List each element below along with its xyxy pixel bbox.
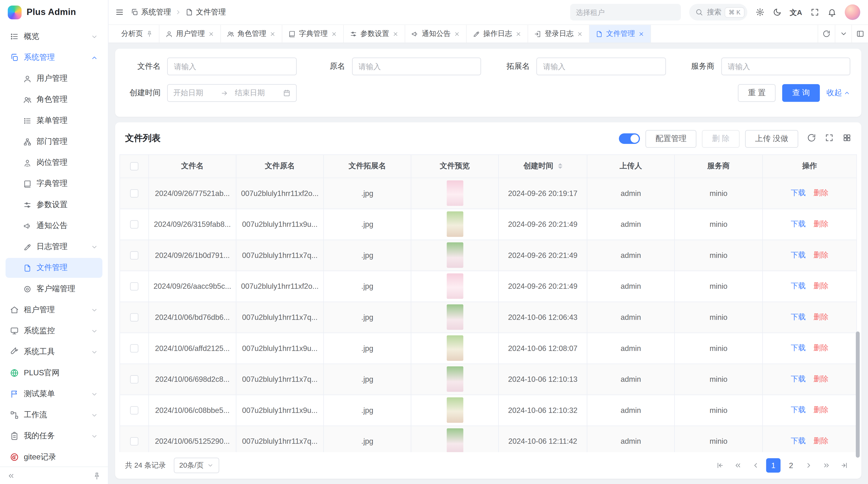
page-1-button[interactable]: 1 <box>766 458 781 473</box>
toggle-switch[interactable] <box>619 133 640 144</box>
table-scrollbar[interactable] <box>856 331 860 457</box>
sidebar-item-my-tasks[interactable]: 我的任务 <box>5 426 102 446</box>
file-preview-image[interactable] <box>446 366 463 392</box>
first-page-button[interactable] <box>713 458 727 473</box>
sidebar-item-dict-mgmt[interactable]: 字典管理 <box>5 174 102 194</box>
next-jump-button[interactable] <box>819 458 834 473</box>
sort-control[interactable] <box>558 161 562 171</box>
refresh-table-button[interactable] <box>807 133 816 144</box>
row-checkbox[interactable] <box>130 344 138 352</box>
delete-link[interactable]: 删除 <box>813 188 829 198</box>
tab-file[interactable]: 文件管理 <box>590 25 651 42</box>
provider-input[interactable] <box>721 58 850 75</box>
fullscreen-table-button[interactable] <box>825 133 834 144</box>
fullscreen-button[interactable] <box>810 8 819 17</box>
sidebar-item-role-mgmt[interactable]: 角色管理 <box>5 90 102 110</box>
page-size-select[interactable]: 20条/页 <box>174 458 219 473</box>
config-management-button[interactable]: 配置管理 <box>646 130 696 148</box>
tab-login-log[interactable]: 登录日志 <box>528 25 590 42</box>
batch-delete-button[interactable]: 删 除 <box>702 130 740 148</box>
sidebar-item-log-mgmt[interactable]: 日志管理 <box>5 237 102 257</box>
sidebar-item-overview[interactable]: 概览 <box>5 27 102 46</box>
sidebar-item-post-mgmt[interactable]: 岗位管理 <box>5 153 102 173</box>
tab-op-log[interactable]: 操作日志 <box>467 25 528 42</box>
download-link[interactable]: 下载 <box>791 281 806 291</box>
delete-link[interactable]: 删除 <box>813 312 829 322</box>
close-tab-icon[interactable] <box>270 31 276 37</box>
tab-user[interactable]: 用户管理 <box>159 25 221 42</box>
refresh-tabs-button[interactable] <box>818 25 835 42</box>
delete-link[interactable]: 删除 <box>813 250 829 260</box>
sidebar-item-system[interactable]: 系统管理 <box>5 47 102 67</box>
global-search[interactable]: 搜索 ⌘ K <box>689 4 747 21</box>
row-checkbox[interactable] <box>130 437 138 445</box>
download-link[interactable]: 下载 <box>791 219 806 229</box>
close-tab-icon[interactable] <box>393 31 399 37</box>
file-preview-image[interactable] <box>446 397 463 423</box>
download-link[interactable]: 下载 <box>791 250 806 260</box>
prev-jump-button[interactable] <box>731 458 745 473</box>
row-checkbox[interactable] <box>130 406 138 414</box>
close-tab-icon[interactable] <box>577 31 583 37</box>
user-avatar[interactable] <box>845 4 860 20</box>
search-button[interactable]: 查 询 <box>782 84 820 102</box>
delete-link[interactable]: 删除 <box>813 436 829 446</box>
tabs-menu-button[interactable] <box>835 25 851 42</box>
date-range-picker[interactable]: 开始日期 结束日期 <box>167 84 296 102</box>
sidebar-item-tenant-mgmt[interactable]: 租户管理 <box>5 300 102 320</box>
breadcrumb-item-file[interactable]: 文件管理 <box>185 7 226 17</box>
sidebar-item-dept-mgmt[interactable]: 部门管理 <box>5 132 102 152</box>
breadcrumb-item-system[interactable]: 系统管理 <box>131 7 171 17</box>
pin-icon[interactable] <box>146 30 153 37</box>
tab-param[interactable]: 参数设置 <box>344 25 405 42</box>
sidebar-toggle-button[interactable] <box>115 8 124 17</box>
sidebar-item-user-mgmt[interactable]: 用户管理 <box>5 69 102 89</box>
file-preview-image[interactable] <box>446 304 463 330</box>
dark-mode-toggle[interactable] <box>773 8 781 17</box>
collapse-sidebar-button[interactable] <box>5 470 17 481</box>
row-checkbox[interactable] <box>130 313 138 321</box>
download-link[interactable]: 下载 <box>791 436 806 446</box>
delete-link[interactable]: 删除 <box>813 219 829 229</box>
settings-button[interactable] <box>755 8 764 17</box>
file-preview-image[interactable] <box>446 273 463 299</box>
delete-link[interactable]: 删除 <box>813 374 829 384</box>
language-toggle[interactable]: 文A <box>789 9 802 16</box>
download-link[interactable]: 下载 <box>791 374 806 384</box>
pin-sidebar-button[interactable] <box>91 470 102 481</box>
sidebar-item-test-menu[interactable]: 测试菜单 <box>5 384 102 404</box>
sidebar-item-sys-tools[interactable]: 系统工具 <box>5 342 102 362</box>
delete-link[interactable]: 删除 <box>813 343 829 353</box>
file-preview-image[interactable] <box>446 181 463 206</box>
tab-notice[interactable]: 通知公告 <box>405 25 467 42</box>
row-checkbox[interactable] <box>130 375 138 383</box>
tab-role[interactable]: 角色管理 <box>221 25 282 42</box>
close-tab-icon[interactable] <box>515 31 521 37</box>
layout-button[interactable] <box>851 25 868 42</box>
sidebar-item-workflow[interactable]: 工作流 <box>5 405 102 425</box>
close-tab-icon[interactable] <box>331 31 337 37</box>
close-tab-icon[interactable] <box>454 31 460 37</box>
sidebar-item-gitee-log[interactable]: gitee记录 <box>5 447 102 466</box>
close-tab-icon[interactable] <box>208 31 214 37</box>
download-link[interactable]: 下载 <box>791 188 806 198</box>
file-preview-image[interactable] <box>446 428 463 452</box>
sidebar-item-sys-monitor[interactable]: 系统监控 <box>5 321 102 341</box>
tab-analysis[interactable]: 分析页 <box>115 25 160 42</box>
row-checkbox[interactable] <box>130 251 138 259</box>
tab-dict[interactable]: 字典管理 <box>282 25 344 42</box>
close-tab-icon[interactable] <box>638 31 644 37</box>
download-link[interactable]: 下载 <box>791 343 806 353</box>
file-preview-image[interactable] <box>446 243 463 268</box>
delete-link[interactable]: 删除 <box>813 281 829 291</box>
row-checkbox[interactable] <box>130 220 138 228</box>
upload-button[interactable]: 上传 没做 <box>745 130 798 148</box>
page-2-button[interactable]: 2 <box>784 458 798 473</box>
download-link[interactable]: 下载 <box>791 312 806 322</box>
next-page-button[interactable] <box>802 458 816 473</box>
prev-page-button[interactable] <box>748 458 763 473</box>
column-settings-button[interactable] <box>842 133 851 144</box>
file-preview-image[interactable] <box>446 335 463 361</box>
collapse-filters-link[interactable]: 收起 <box>827 88 850 98</box>
sidebar-item-plus-site[interactable]: PLUS官网 <box>5 363 102 383</box>
